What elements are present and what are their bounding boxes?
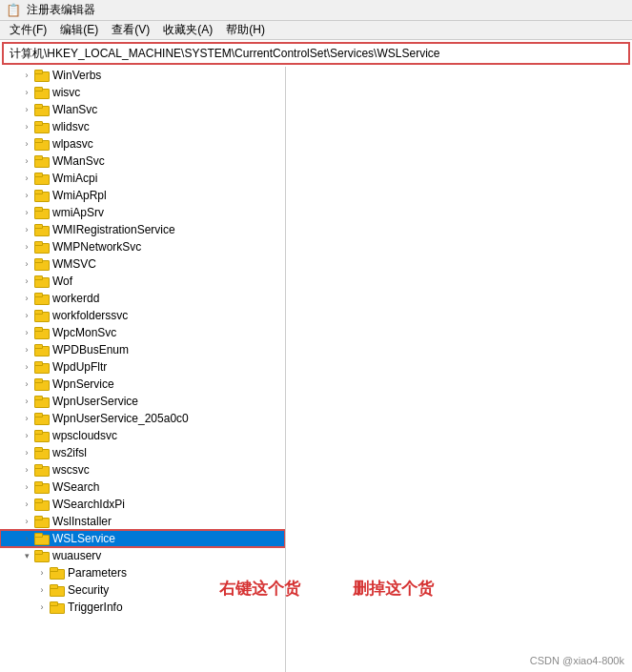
expand-icon-wof[interactable]: › [19, 274, 34, 289]
expand-icon-workfolderssvc[interactable]: › [19, 308, 34, 323]
expand-icon-wpcmonsvc[interactable]: › [19, 325, 34, 340]
tree-label-triggerinfo: TriggerInfo [68, 601, 123, 614]
annotation-delete: 删掉这个货 [353, 578, 434, 600]
expand-icon-wmsvc[interactable]: › [19, 256, 34, 272]
tree-item-wpcmonsvc[interactable]: ›WpcMonSvc [0, 324, 285, 341]
tree-item-wsearch[interactable]: ›WSearch [0, 479, 285, 496]
tree-item-wmansvc[interactable]: ›WManSvc [0, 153, 285, 170]
folder-icon-winverbs [34, 68, 50, 83]
tree-item-wlidsvc[interactable]: ›wlidsvc [0, 118, 285, 135]
folder-icon-wmsvc [34, 256, 50, 272]
tree-item-wlpasvc[interactable]: ›wlpasvc [0, 135, 285, 153]
expand-icon-wuauserv[interactable]: ▾ [19, 548, 34, 563]
expand-icon-wsearch[interactable]: › [19, 479, 34, 495]
tree-item-wmiaprpl[interactable]: ›WmiApRpl [0, 187, 285, 204]
tree-item-wslinstaller[interactable]: ›WslInstaller [0, 513, 285, 530]
tree-item-wpnservice[interactable]: ›WpnService [0, 376, 285, 393]
tree-label-wpnservice: WpnService [52, 377, 114, 391]
expand-icon-wmiapsrv[interactable]: › [19, 205, 34, 220]
tree-label-ws2ifsl: ws2ifsl [52, 446, 87, 459]
tree-item-wpnuserservice[interactable]: ›WpnUserService [0, 393, 285, 410]
folder-icon-wsearch [34, 479, 50, 495]
tree-item-wpdbusenum[interactable]: ›WPDBusEnum [0, 341, 285, 358]
folder-icon-wmiregistrationservice [34, 222, 50, 237]
tree-item-wof[interactable]: ›Wof [0, 273, 285, 290]
tree-label-workfolderssvc: workfolderssvc [52, 309, 128, 322]
expand-icon-wslservice[interactable]: › [19, 531, 34, 546]
tree-item-winverbs[interactable]: ›WinVerbs [0, 67, 285, 84]
tree-item-wmiacpi[interactable]: ›WmiAcpi [0, 170, 285, 187]
expand-icon-wisvc[interactable]: › [19, 85, 34, 100]
menu-item-f[interactable]: 文件(F) [4, 21, 52, 39]
tree-item-wlansvc[interactable]: ›WlanSvc [0, 101, 285, 118]
title-bar: 📋 注册表编辑器 [0, 0, 632, 21]
menu-item-e[interactable]: 编辑(E) [54, 21, 104, 39]
tree-item-wisvc[interactable]: ›wisvc [0, 84, 285, 101]
tree-item-wpdupfltr[interactable]: ›WpdUpFltr [0, 358, 285, 376]
tree-label-wof: Wof [52, 275, 72, 288]
folder-icon-wpnuserservice_205a0c0 [34, 411, 50, 426]
folder-icon-wmiacpi [34, 171, 50, 186]
tree-item-ws2ifsl[interactable]: ›ws2ifsl [0, 444, 285, 461]
tree-label-wpnuserservice_205a0c0: WpnUserService_205a0c0 [52, 412, 189, 425]
tree-label-wsearch: WSearch [52, 480, 99, 494]
tree-item-wmiapsrv[interactable]: ›wmiApSrv [0, 204, 285, 221]
folder-icon-wmiapsrv [34, 205, 50, 220]
tree-item-wscsvc[interactable]: ›wscsvc [0, 461, 285, 479]
expand-icon-wmansvc[interactable]: › [19, 153, 34, 169]
expand-icon-parameters[interactable]: › [34, 565, 50, 580]
expand-icon-wpdbusenum[interactable]: › [19, 342, 34, 357]
tree-item-wmiregistrationservice[interactable]: ›WMIRegistrationService [0, 221, 285, 238]
right-pane [286, 67, 632, 672]
tree-label-wpnuserservice: WpnUserService [52, 395, 138, 408]
tree-item-wslservice[interactable]: ›WSLService [0, 530, 285, 547]
tree-label-wmiaprpl: WmiApRpl [52, 189, 107, 202]
expand-icon-wmiregistrationservice[interactable]: › [19, 222, 34, 237]
tree-label-wlansvc: WlanSvc [52, 103, 97, 116]
expand-icon-wpnservice[interactable]: › [19, 377, 34, 392]
menu-item-v[interactable]: 查看(V) [106, 21, 155, 39]
expand-icon-wpscloudsvc[interactable]: › [19, 428, 34, 443]
expand-icon-workerdd[interactable]: › [19, 291, 34, 306]
tree-item-wmpnetworksvc[interactable]: ›WMPNetworkSvc [0, 238, 285, 255]
expand-icon-wsearchidxpi[interactable]: › [19, 497, 34, 512]
tree-item-workerdd[interactable]: ›workerdd [0, 290, 285, 307]
expand-icon-ws2ifsl[interactable]: › [19, 445, 34, 460]
tree-item-triggerinfo[interactable]: ›TriggerInfo [0, 599, 285, 616]
expand-icon-wpdupfltr[interactable]: › [19, 359, 34, 375]
folder-icon-wpscloudsvc [34, 428, 50, 443]
tree-label-wpdbusenum: WPDBusEnum [52, 343, 129, 356]
expand-icon-triggerinfo[interactable]: › [34, 600, 50, 615]
tree-label-workerdd: workerdd [52, 292, 99, 305]
address-bar: 计算机\HKEY_LOCAL_MACHINE\SYSTEM\CurrentCon… [2, 42, 630, 65]
expand-icon-wlidsvc[interactable]: › [19, 119, 34, 134]
folder-icon-wisvc [34, 85, 50, 100]
menu-bar: 文件(F)编辑(E)查看(V)收藏夹(A)帮助(H) [0, 21, 632, 40]
tree-label-parameters: Parameters [68, 566, 127, 580]
expand-icon-wmpnetworksvc[interactable]: › [19, 239, 34, 255]
expand-icon-wmiaprpl[interactable]: › [19, 188, 34, 203]
expand-icon-wpnuserservice[interactable]: › [19, 394, 34, 409]
tree-label-wpdupfltr: WpdUpFltr [52, 360, 107, 374]
expand-icon-security[interactable]: › [34, 582, 50, 598]
main-content: ›WinVerbs›wisvc›WlanSvc›wlidsvc›wlpasvc›… [0, 67, 632, 672]
folder-icon-wmiaprpl [34, 188, 50, 203]
app-icon: 📋 [6, 3, 21, 17]
tree-item-wpscloudsvc[interactable]: ›wpscloudsvc [0, 427, 285, 444]
expand-icon-wpnuserservice_205a0c0[interactable]: › [19, 411, 34, 426]
tree-item-wuauserv[interactable]: ▾wuauserv [0, 547, 285, 564]
expand-icon-winverbs[interactable]: › [19, 68, 34, 83]
expand-icon-wlansvc[interactable]: › [19, 102, 34, 117]
expand-icon-wmiacpi[interactable]: › [19, 171, 34, 186]
tree-label-wpscloudsvc: wpscloudsvc [52, 429, 117, 442]
menu-item-h[interactable]: 帮助(H) [220, 21, 271, 39]
expand-icon-wscsvc[interactable]: › [19, 462, 34, 478]
expand-icon-wlpasvc[interactable]: › [19, 136, 34, 152]
tree-item-wpnuserservice_205a0c0[interactable]: ›WpnUserService_205a0c0 [0, 410, 285, 427]
menu-item-a[interactable]: 收藏夹(A) [157, 21, 218, 39]
tree-item-wmsvc[interactable]: ›WMSVC [0, 255, 285, 273]
tree-item-wsearchidxpi[interactable]: ›WSearchIdxPi [0, 496, 285, 513]
tree-label-wmpnetworksvc: WMPNetworkSvc [52, 240, 141, 254]
tree-item-workfolderssvc[interactable]: ›workfolderssvc [0, 307, 285, 324]
expand-icon-wslinstaller[interactable]: › [19, 514, 34, 529]
